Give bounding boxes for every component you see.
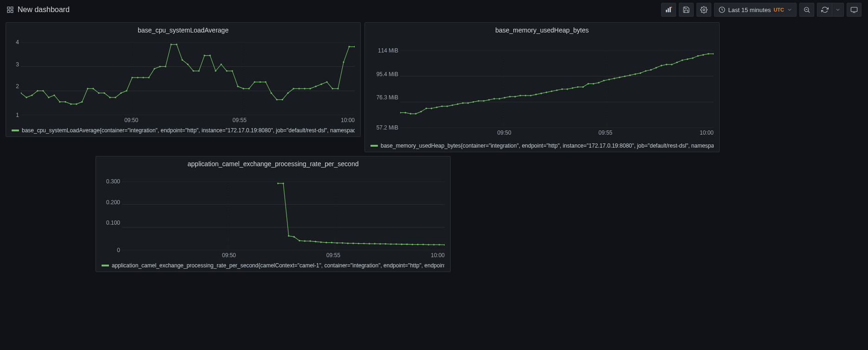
svg-point-80	[343, 61, 344, 63]
svg-point-158	[288, 235, 289, 236]
svg-point-89	[400, 112, 401, 113]
svg-point-79	[337, 88, 338, 89]
svg-point-106	[488, 99, 490, 100]
svg-point-24	[31, 95, 32, 96]
svg-point-82	[354, 46, 355, 47]
dashboard-icon	[6, 6, 14, 13]
svg-point-72	[298, 88, 300, 89]
svg-point-98	[447, 105, 448, 107]
svg-point-138	[655, 67, 657, 68]
svg-point-73	[304, 88, 305, 89]
svg-point-78	[332, 88, 333, 89]
svg-point-67	[270, 92, 272, 94]
svg-point-107	[493, 98, 495, 99]
svg-point-47	[159, 66, 160, 67]
add-panel-button[interactable]	[661, 3, 676, 17]
svg-point-36	[98, 92, 99, 94]
svg-point-45	[148, 77, 149, 78]
svg-point-144	[687, 58, 688, 60]
panel-title: base_cpu_systemLoadAverage	[6, 23, 360, 36]
timezone-badge: UTC	[773, 7, 784, 13]
svg-point-173	[369, 243, 370, 244]
panel-cpu-load[interactable]: base_cpu_systemLoadAverage 4321 09:5009:…	[6, 22, 361, 137]
legend[interactable]: base_memory_usedHeap_bytes{container="in…	[370, 143, 714, 149]
svg-point-65	[259, 81, 261, 83]
y-axis-labels: 0.3000.2000.1000	[102, 181, 120, 250]
svg-point-29	[59, 101, 60, 103]
svg-point-110	[509, 96, 511, 97]
svg-point-66	[265, 81, 266, 83]
svg-point-46	[153, 68, 155, 69]
x-axis-labels: 09:5009:5510:00	[21, 117, 355, 123]
svg-point-103	[472, 101, 474, 103]
svg-point-57	[215, 70, 216, 71]
x-axis-labels: 09:5009:5510:00	[400, 130, 714, 136]
save-button[interactable]	[679, 3, 694, 17]
svg-point-34	[87, 88, 88, 89]
svg-point-48	[165, 66, 166, 67]
svg-point-111	[514, 96, 516, 97]
legend-text: base_cpu_systemLoadAverage{container="in…	[22, 127, 355, 134]
panel-memory-heap[interactable]: base_memory_usedHeap_bytes 114 MiB95.4 M…	[364, 22, 720, 152]
svg-point-182	[417, 244, 418, 245]
svg-point-42	[131, 77, 133, 78]
time-range-picker[interactable]: Last 15 minutes UTC	[714, 3, 797, 17]
panel-title: application_camel_exchange_processing_ra…	[96, 156, 450, 169]
svg-point-140	[666, 64, 667, 65]
svg-point-142	[677, 62, 678, 63]
svg-point-100	[457, 104, 458, 105]
svg-point-167	[336, 242, 338, 244]
svg-rect-5	[668, 8, 669, 13]
svg-point-52	[187, 64, 188, 65]
svg-point-118	[551, 91, 552, 92]
svg-point-104	[478, 100, 479, 102]
svg-point-124	[582, 86, 584, 88]
svg-point-149	[713, 53, 714, 54]
refresh-interval-dropdown[interactable]	[832, 3, 844, 17]
svg-point-156	[277, 182, 279, 184]
svg-point-90	[405, 112, 406, 113]
svg-point-68	[276, 99, 277, 100]
panel-exchange-rate[interactable]: application_camel_exchange_processing_ra…	[96, 156, 451, 272]
svg-rect-0	[7, 7, 10, 9]
svg-point-38	[109, 97, 110, 98]
page-title: New dashboard	[18, 6, 70, 14]
svg-point-176	[385, 243, 386, 245]
svg-point-37	[103, 92, 105, 94]
svg-point-146	[697, 55, 699, 57]
svg-point-41	[126, 90, 127, 91]
svg-point-26	[42, 90, 44, 91]
svg-rect-2	[7, 10, 10, 13]
svg-point-109	[504, 97, 505, 98]
svg-point-32	[76, 104, 77, 105]
svg-point-59	[226, 70, 227, 71]
refresh-button[interactable]	[817, 3, 832, 17]
svg-point-30	[64, 101, 66, 103]
legend[interactable]: application_camel_exchange_processing_ra…	[102, 262, 445, 269]
svg-point-130	[613, 78, 615, 79]
svg-point-53	[192, 70, 194, 71]
svg-rect-3	[11, 10, 13, 13]
tv-mode-button[interactable]	[847, 3, 862, 17]
svg-point-164	[320, 241, 322, 243]
legend-text: base_memory_usedHeap_bytes{container="in…	[381, 143, 714, 149]
svg-rect-14	[851, 7, 857, 12]
svg-point-35	[92, 88, 94, 89]
svg-point-91	[410, 113, 411, 114]
settings-button[interactable]	[696, 3, 711, 17]
dashboard-grid: base_cpu_systemLoadAverage 4321 09:5009:…	[0, 19, 868, 275]
svg-point-129	[608, 79, 610, 80]
svg-point-157	[282, 182, 284, 184]
svg-point-161	[304, 240, 306, 242]
svg-point-44	[142, 77, 144, 78]
svg-point-134	[634, 73, 636, 75]
legend[interactable]: base_cpu_systemLoadAverage{container="in…	[12, 127, 355, 134]
svg-point-128	[603, 80, 605, 81]
zoom-out-button[interactable]	[799, 3, 814, 17]
svg-point-102	[467, 102, 469, 104]
svg-point-81	[348, 46, 350, 47]
svg-point-177	[390, 243, 391, 245]
svg-point-92	[415, 113, 416, 114]
svg-point-187	[444, 244, 445, 246]
legend-swatch	[12, 130, 19, 131]
